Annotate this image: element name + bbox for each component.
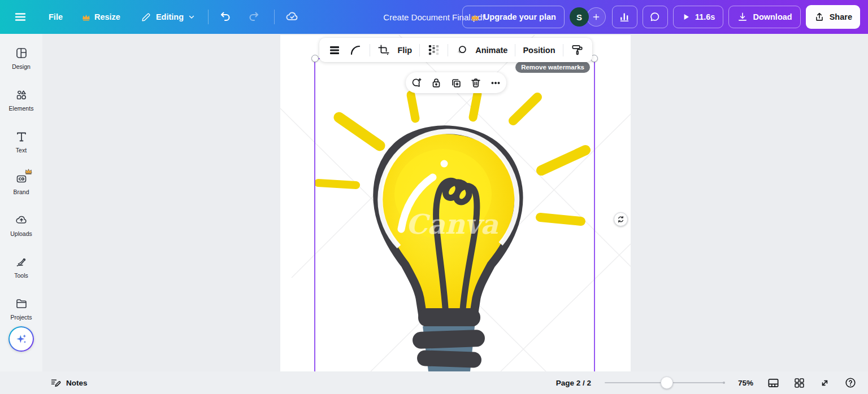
sidebar-item-projects[interactable]: Projects: [0, 290, 42, 332]
grid-view-button[interactable]: [793, 377, 805, 389]
divider: [274, 10, 275, 24]
bottom-bar-right: Page 2 / 2 75%: [556, 377, 857, 389]
account-group: S: [570, 7, 606, 27]
thumbnail-view-button[interactable]: [767, 377, 780, 389]
undo-icon: [219, 10, 232, 24]
sidebar: Design Elements Text Brand: [0, 34, 42, 371]
share-label: Share: [830, 12, 852, 21]
text-icon: [15, 130, 28, 143]
present-button[interactable]: 11.6s: [673, 6, 724, 28]
notes-icon: [50, 377, 62, 389]
notes-button[interactable]: Notes: [50, 377, 88, 389]
redo-icon: [247, 10, 261, 24]
comment-bubble-icon: [649, 11, 661, 23]
top-bar-left: File Resize Editing: [0, 0, 300, 34]
sidebar-item-label: Text: [16, 147, 27, 154]
sidebar-item-uploads[interactable]: Uploads: [0, 207, 42, 248]
sidebar-item-brand[interactable]: Brand: [0, 165, 42, 207]
rotate-handle[interactable]: [614, 212, 628, 226]
divider: [448, 44, 448, 56]
lock-button[interactable]: [430, 77, 442, 89]
hamburger-menu-icon: [14, 10, 27, 24]
download-icon: [737, 11, 748, 23]
selection-border-right: [594, 58, 595, 371]
share-button[interactable]: Share: [806, 5, 860, 29]
play-duration: 11.6s: [695, 12, 715, 21]
top-bar-right: Upgrade your plan S: [462, 0, 860, 34]
rotate-icon: [617, 215, 625, 224]
position-button[interactable]: Position: [523, 46, 555, 55]
crop-button[interactable]: [377, 44, 390, 56]
sidebar-item-label: Tools: [14, 272, 28, 279]
upgrade-plan-button[interactable]: Upgrade your plan: [462, 6, 565, 28]
animate-label[interactable]: Animate: [475, 46, 507, 55]
duplicate-button[interactable]: [450, 77, 462, 89]
editing-label: Editing: [156, 12, 184, 21]
main-menu-button[interactable]: [14, 10, 27, 24]
comments-button[interactable]: [643, 6, 668, 28]
sidebar-item-label: Brand: [13, 189, 29, 195]
corner-arc-button[interactable]: [349, 43, 362, 57]
crown-icon: [471, 14, 479, 21]
notes-label: Notes: [66, 379, 88, 387]
divider: [370, 44, 370, 56]
zoom-slider[interactable]: [605, 377, 724, 389]
download-button[interactable]: Download: [728, 6, 800, 28]
crown-icon: [82, 14, 90, 21]
add-member-button[interactable]: [587, 7, 606, 27]
line-weight-button[interactable]: [328, 43, 341, 57]
sidebar-item-elements[interactable]: Elements: [0, 81, 42, 123]
sidebar-item-design[interactable]: Design: [0, 40, 42, 81]
animate-button[interactable]: [455, 44, 468, 56]
file-label: File: [49, 12, 63, 21]
editing-mode-dropdown[interactable]: Editing: [141, 11, 196, 23]
transparency-button[interactable]: [427, 43, 440, 56]
elements-icon: [15, 88, 28, 102]
delete-button[interactable]: [470, 77, 482, 89]
sidebar-item-label: Projects: [11, 314, 32, 321]
insights-button[interactable]: [612, 6, 637, 28]
bulb-screw-base: [413, 308, 485, 371]
pencil-icon: [141, 11, 152, 23]
avatar[interactable]: S: [570, 7, 589, 27]
sidebar-item-label: Design: [12, 63, 31, 70]
divider: [208, 10, 209, 24]
bar-chart-icon: [618, 11, 631, 23]
divider: [515, 44, 515, 56]
divider: [419, 44, 420, 56]
canva-watermark: Canva: [406, 208, 498, 240]
element-actions-toolbar: [406, 72, 506, 93]
design-icon: [15, 46, 28, 60]
ai-sparkle-icon: [14, 332, 29, 347]
chevron-down-icon: [188, 13, 196, 21]
redo-button[interactable]: [247, 10, 261, 24]
file-menu[interactable]: File: [49, 12, 63, 21]
upgrade-label: Upgrade your plan: [484, 12, 556, 21]
add-comment-button[interactable]: [410, 77, 423, 89]
flip-button[interactable]: Flip: [397, 46, 412, 55]
fullscreen-button[interactable]: [819, 377, 831, 389]
canva-editor: File Resize Editing: [0, 0, 868, 394]
selection-toolbar: Flip Animate Position: [319, 38, 592, 62]
save-status-button[interactable]: [285, 10, 300, 24]
sidebar-item-label: Elements: [9, 105, 34, 112]
remove-watermarks-badge[interactable]: Remove watermarks: [515, 62, 590, 73]
copy-style-roller-button[interactable]: [571, 43, 584, 56]
sidebar-item-label: Uploads: [10, 230, 32, 237]
divider: [563, 44, 563, 56]
zoom-slider-thumb[interactable]: [661, 377, 673, 389]
help-button[interactable]: [844, 377, 857, 389]
plus-icon: [592, 12, 601, 21]
more-options-button[interactable]: [489, 77, 502, 89]
pen-tool-icon: [15, 255, 28, 269]
sidebar-item-tools[interactable]: Tools: [0, 248, 42, 290]
selection-handle-top-left[interactable]: [311, 55, 319, 62]
crown-icon: [25, 168, 32, 174]
ai-assistant-button[interactable]: [8, 326, 34, 352]
zoom-level: 75%: [738, 379, 753, 387]
bottom-bar: Notes Page 2 / 2 75%: [0, 371, 868, 394]
undo-button[interactable]: [219, 10, 232, 24]
sidebar-item-text[interactable]: Text: [0, 123, 42, 165]
resize-button[interactable]: Resize: [82, 12, 120, 21]
download-label: Download: [753, 12, 792, 21]
